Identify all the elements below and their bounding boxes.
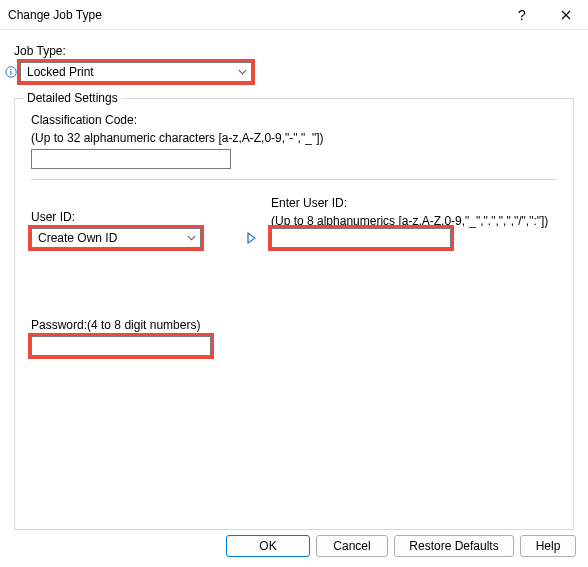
triangle-right-icon (246, 232, 256, 244)
password-input[interactable] (31, 336, 211, 356)
arrow-col (231, 228, 271, 248)
chevron-down-icon (187, 234, 196, 243)
close-button[interactable] (544, 0, 588, 30)
ok-button[interactable]: OK (226, 535, 310, 557)
cancel-button[interactable]: Cancel (316, 535, 388, 557)
enter-userid-input[interactable] (271, 228, 451, 248)
password-label: Password:(4 to 8 digit numbers) (31, 318, 557, 332)
enter-userid-label: Enter User ID: (271, 196, 557, 210)
dialog-content: Job Type: Locked Print Detailed Settings… (0, 30, 588, 538)
jobtype-row: Locked Print (14, 62, 574, 82)
svg-rect-1 (10, 71, 11, 75)
enter-userid-col: Enter User ID: (Up to 8 alphanumerics [a… (271, 196, 557, 248)
jobtype-label: Job Type: (14, 44, 574, 58)
classification-input[interactable] (31, 149, 231, 169)
password-block: Password:(4 to 8 digit numbers) (31, 318, 557, 356)
help-button-footer[interactable]: Help (520, 535, 576, 557)
userid-select[interactable]: Create Own ID (31, 228, 201, 248)
info-icon (4, 65, 18, 79)
jobtype-select-value: Locked Print (27, 65, 94, 79)
classification-hint: (Up to 32 alphanumeric characters [a-z,A… (31, 131, 557, 145)
classification-block: Classification Code: (Up to 32 alphanume… (31, 113, 557, 169)
close-icon (561, 10, 571, 20)
detailed-settings-legend: Detailed Settings (23, 91, 122, 105)
userid-select-value: Create Own ID (38, 231, 117, 245)
jobtype-select[interactable]: Locked Print (20, 62, 252, 82)
detailed-settings-group: Detailed Settings Classification Code: (… (14, 98, 574, 530)
userid-label: User ID: (31, 210, 231, 224)
titlebar: Change Job Type ? (0, 0, 588, 30)
userid-col: User ID: Create Own ID (31, 196, 231, 248)
classification-label: Classification Code: (31, 113, 557, 127)
help-button[interactable]: ? (500, 0, 544, 30)
restore-defaults-button[interactable]: Restore Defaults (394, 535, 514, 557)
window-title: Change Job Type (8, 8, 500, 22)
separator (31, 179, 557, 180)
chevron-down-icon (238, 68, 247, 77)
svg-rect-2 (10, 69, 11, 70)
dialog-footer: OK Cancel Restore Defaults Help (0, 535, 588, 557)
enter-userid-hint: (Up to 8 alphanumerics [a-z,A-Z,0-9,"_",… (271, 214, 557, 228)
userid-row: User ID: Create Own ID Enter User ID: (U… (31, 196, 557, 248)
